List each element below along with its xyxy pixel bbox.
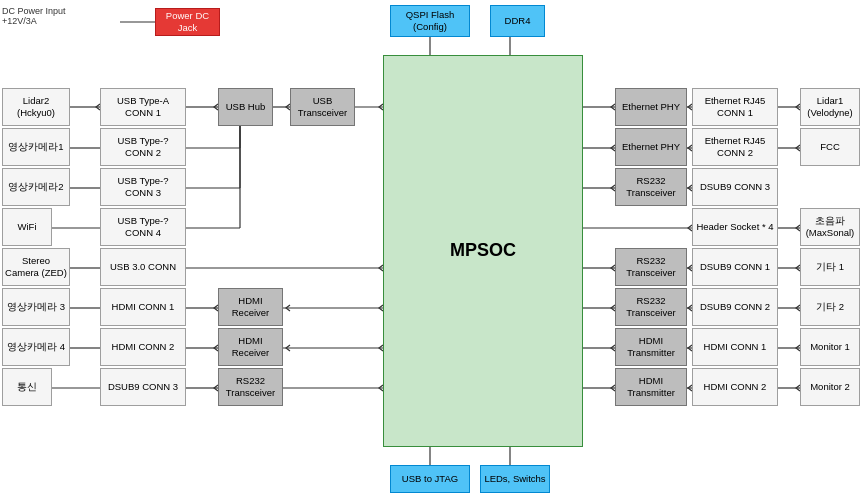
hdmi-conn1-block: HDMI CONN 1 (100, 288, 186, 326)
fcc-block: FCC (800, 128, 860, 166)
usb-conn1-block: USB Type-A CONN 1 (100, 88, 186, 126)
choumpa-block: 초음파 (MaxSonal) (800, 208, 860, 246)
hdmi-conn-out1-block: HDMI CONN 1 (692, 328, 778, 366)
rs232-trans2-block: RS232 Transceiver (615, 248, 687, 286)
block-diagram: DC Power Input +12V/3A Power DC Jack QSP… (0, 0, 866, 500)
monitor1-block: Monitor 1 (800, 328, 860, 366)
hdmi-conn-out2-block: HDMI CONN 2 (692, 368, 778, 406)
stereo-block: Stereo Camera (ZED) (2, 248, 70, 286)
leds-block: LEDs, Switchs (480, 465, 550, 493)
hdmi-recv1-block: HDMI Receiver (218, 288, 283, 326)
cam1-block: 영상카메라1 (2, 128, 70, 166)
dsub9-conn3b-block: DSUB9 CONN 3 (692, 168, 778, 206)
cam4-block: 영상카메라 4 (2, 328, 70, 366)
hdmi-trans1-block: HDMI Transmitter (615, 328, 687, 366)
wifi-block: WiFi (2, 208, 52, 246)
rs232-trans3-block: RS232 Transceiver (218, 368, 283, 406)
header-sock-block: Header Socket * 4 (692, 208, 778, 246)
mpsoc-block: MPSOC (383, 55, 583, 447)
gita1-block: 기타 1 (800, 248, 860, 286)
gita2-block: 기타 2 (800, 288, 860, 326)
eth-phy2-block: Ethernet PHY (615, 128, 687, 166)
dsub9-conn3-block: DSUB9 CONN 3 (100, 368, 186, 406)
monitor2-block: Monitor 2 (800, 368, 860, 406)
ddr4-block: DDR4 (490, 5, 545, 37)
hdmi-conn2-block: HDMI CONN 2 (100, 328, 186, 366)
dsub9-conn2-block: DSUB9 CONN 2 (692, 288, 778, 326)
eth-rj45-1-block: Ethernet RJ45 CONN 1 (692, 88, 778, 126)
hdmi-recv2-block: HDMI Receiver (218, 328, 283, 366)
usb-conn4-block: USB Type-? CONN 4 (100, 208, 186, 246)
eth-rj45-2-block: Ethernet RJ45 CONN 2 (692, 128, 778, 166)
dsub9-conn1-block: DSUB9 CONN 1 (692, 248, 778, 286)
power-block: Power DC Jack (155, 8, 220, 36)
usb-hub-block: USB Hub (218, 88, 273, 126)
rs232-trans4-block: RS232 Transceiver (615, 288, 687, 326)
cam3-block: 영상카메라 3 (2, 288, 70, 326)
hdmi-trans2-block: HDMI Transmitter (615, 368, 687, 406)
rs232-trans1-block: RS232 Transceiver (615, 168, 687, 206)
qspi-block: QSPI Flash (Config) (390, 5, 470, 37)
usb-conn5-block: USB 3.0 CONN (100, 248, 186, 286)
lidar2-block: Lidar2 (Hckyu0) (2, 88, 70, 126)
eth-phy1-block: Ethernet PHY (615, 88, 687, 126)
usb-jtag-block: USB to JTAG (390, 465, 470, 493)
lidar1-block: Lidar1 (Velodyne) (800, 88, 860, 126)
cam2-block: 영상카메라2 (2, 168, 70, 206)
usb-conn2-block: USB Type-? CONN 2 (100, 128, 186, 166)
dc-label: DC Power Input +12V/3A (2, 6, 92, 26)
usb-conn3-block: USB Type-? CONN 3 (100, 168, 186, 206)
tongsin-block: 통신 (2, 368, 52, 406)
usb-trans-block: USB Transceiver (290, 88, 355, 126)
